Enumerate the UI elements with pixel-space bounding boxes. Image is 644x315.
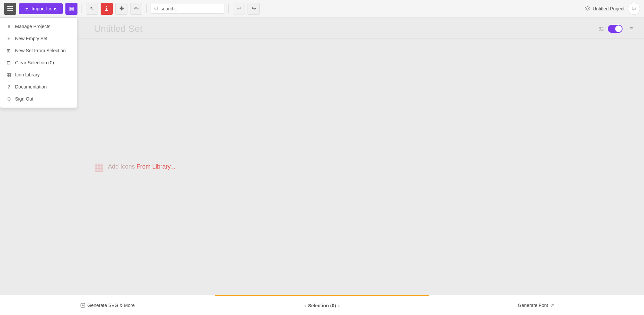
toolbar-divider-3 bbox=[228, 4, 229, 13]
list-view-button[interactable]: ≡ bbox=[627, 24, 636, 34]
menu-icon-new-empty-set: + bbox=[6, 36, 12, 42]
edit-tool-button[interactable]: ✏ bbox=[130, 3, 142, 15]
menu-item-new-empty-set[interactable]: + New Empty Set bbox=[0, 33, 77, 45]
layers-icon bbox=[585, 6, 591, 12]
font-icon: F bbox=[550, 303, 555, 308]
chevron-left-icon: ‹ bbox=[304, 303, 306, 309]
menu-label-new-set-from-selection: New Set From Selection bbox=[15, 48, 66, 53]
toolbar: Import Icons ▦ ↖ 🗑 ✥ ✏ ↩ ↪ bbox=[0, 0, 644, 17]
add-library-text: Add Icons From Library... bbox=[108, 163, 175, 170]
svg-text:F: F bbox=[551, 303, 554, 308]
menu-button[interactable] bbox=[4, 3, 16, 15]
select-tool-button[interactable]: ↖ bbox=[86, 3, 98, 15]
menu-item-manage-projects[interactable]: ≡ Manage Projects bbox=[0, 20, 77, 33]
menu-label-icon-library: Icon Library bbox=[15, 72, 40, 77]
menu-icon-sign-out: ⬡ bbox=[6, 96, 12, 102]
menu-icon-documentation: ? bbox=[6, 84, 12, 90]
empty-state: ▦ Add Icons From Library... bbox=[0, 39, 644, 295]
menu-label-manage-projects: Manage Projects bbox=[15, 24, 50, 29]
set-title: Untitled Set bbox=[94, 23, 598, 34]
set-header: Untitled Set 32 ≡ bbox=[0, 17, 644, 39]
redo-button[interactable]: ↪ bbox=[248, 3, 260, 15]
avatar[interactable]: ☺ bbox=[628, 3, 640, 15]
from-library-link[interactable]: From Library... bbox=[137, 163, 175, 170]
svg-point-4 bbox=[155, 7, 158, 10]
search-box bbox=[151, 4, 224, 14]
chevron-right-icon: › bbox=[338, 303, 340, 309]
import-icons-button[interactable]: Import Icons bbox=[19, 3, 63, 14]
main-content: Untitled Set 32 ≡ ▦ Add Icons From Libra… bbox=[0, 17, 644, 295]
search-input[interactable] bbox=[161, 6, 221, 11]
menu-item-icon-library[interactable]: ▦ Icon Library bbox=[0, 69, 77, 81]
menu-item-new-set-from-selection[interactable]: ⊞ New Set From Selection bbox=[0, 45, 77, 57]
generate-svg-icon bbox=[80, 303, 86, 308]
menu-icon-icon-library: ▦ bbox=[6, 72, 12, 78]
library-icon: ▦ bbox=[94, 161, 104, 173]
svg-rect-3 bbox=[25, 10, 29, 10]
menu-label-clear-selection: Clear Selection (0) bbox=[15, 60, 54, 65]
menu-label-documentation: Documentation bbox=[15, 84, 47, 89]
delete-button[interactable]: 🗑 bbox=[101, 3, 113, 15]
library-toggle-button[interactable]: ▦ bbox=[65, 3, 77, 15]
menu-icon-clear-selection: ⊟ bbox=[6, 60, 12, 66]
menu-item-documentation[interactable]: ? Documentation bbox=[0, 81, 77, 93]
menu-icon-manage-projects: ≡ bbox=[6, 23, 12, 29]
move-tool-button[interactable]: ✥ bbox=[115, 3, 127, 15]
menu-item-sign-out[interactable]: ⬡ Sign Out bbox=[0, 93, 77, 105]
menu-item-clear-selection[interactable]: ⊟ Clear Selection (0) bbox=[0, 57, 77, 69]
selection-section[interactable]: ‹ Selection (0) › bbox=[215, 295, 429, 315]
menu-label-new-empty-set: New Empty Set bbox=[15, 36, 47, 41]
add-from-library: ▦ Add Icons From Library... bbox=[94, 161, 175, 173]
dropdown-menu: ≡ Manage Projects + New Empty Set ⊞ New … bbox=[0, 17, 77, 108]
svg-rect-0 bbox=[7, 6, 13, 7]
toolbar-right: Untitled Project ☺ bbox=[585, 3, 640, 15]
menu-label-sign-out: Sign Out bbox=[15, 96, 33, 102]
search-icon bbox=[154, 6, 159, 11]
view-toggle[interactable] bbox=[608, 25, 623, 33]
icon-count: 32 bbox=[598, 26, 604, 32]
set-header-right: 32 ≡ bbox=[598, 24, 636, 34]
toolbar-divider-2 bbox=[146, 4, 147, 13]
undo-button[interactable]: ↩ bbox=[233, 3, 245, 15]
bottom-bar: Generate SVG & More ‹ Selection (0) › Ge… bbox=[0, 295, 644, 315]
svg-line-5 bbox=[157, 9, 158, 10]
svg-rect-1 bbox=[7, 8, 13, 9]
menu-icon-new-set-from-selection: ⊞ bbox=[6, 48, 12, 54]
project-name: Untitled Project bbox=[585, 6, 625, 12]
generate-font-section[interactable]: Generate Font F bbox=[429, 295, 644, 315]
svg-rect-2 bbox=[7, 10, 13, 11]
toolbar-divider-1 bbox=[82, 4, 82, 13]
generate-svg-section[interactable]: Generate SVG & More bbox=[0, 295, 215, 315]
